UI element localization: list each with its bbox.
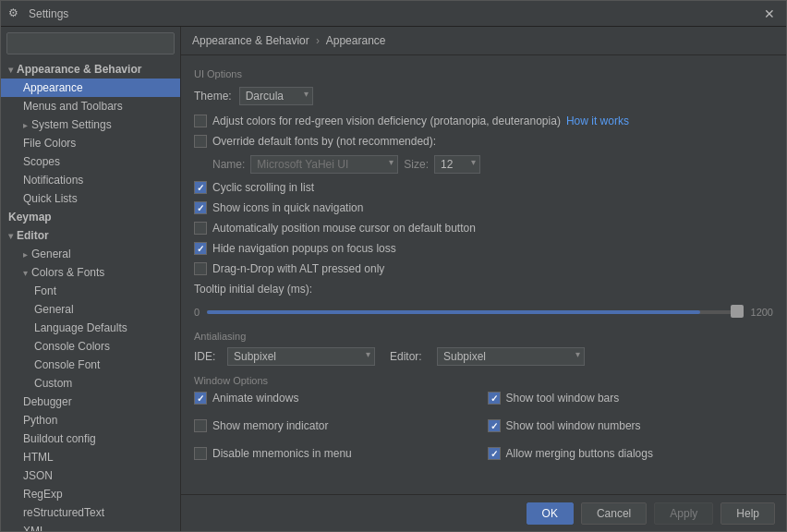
size-select[interactable]: 12101113 (434, 155, 480, 174)
how-it-works-link[interactable]: How it works (566, 115, 629, 127)
ok-button[interactable]: OK (527, 502, 574, 525)
name-input[interactable] (250, 155, 398, 174)
disable-mnemonics-label: Disable mnemonics in menu (212, 447, 352, 460)
window-options-grid: Animate windows Show tool window bars Sh… (194, 392, 773, 467)
hide-nav-row: Hide navigation popups on focus loss (194, 242, 773, 255)
slider-thumb[interactable] (731, 305, 744, 318)
sidebar-item-console-colors[interactable]: Console Colors (1, 337, 180, 356)
help-button[interactable]: Help (720, 502, 775, 525)
sidebar-item-buildout[interactable]: Buildout config (1, 429, 180, 448)
drag-drop-checkbox[interactable] (194, 262, 207, 275)
show-memory-checkbox[interactable] (194, 419, 207, 432)
drag-drop-row: Drag-n-Drop with ALT pressed only (194, 262, 773, 275)
sidebar-item-python[interactable]: Python (1, 411, 180, 429)
cyclic-scroll-checkbox[interactable] (194, 181, 207, 194)
apply-button[interactable]: Apply (654, 502, 713, 525)
sidebar-item-editor[interactable]: ▾ Editor (1, 226, 180, 245)
antialiasing-label: Antialiasing (194, 331, 773, 342)
expand-icon-colors: ▾ (23, 268, 28, 278)
allow-merging-label: Allow merging buttons dialogs (506, 447, 653, 460)
slider-max: 1200 (751, 307, 773, 318)
sidebar-item-menus-toolbars[interactable]: Menus and Toolbars (1, 97, 180, 115)
sidebar-item-general2[interactable]: General (1, 300, 180, 319)
sidebar-item-file-colors[interactable]: File Colors (1, 134, 180, 152)
title-bar: ⚙ Settings ✕ (1, 1, 786, 27)
sidebar-item-language-defaults[interactable]: Language Defaults (1, 319, 180, 337)
sidebar-item-restructuredtext[interactable]: reStructuredText (1, 503, 180, 522)
antialiasing-row: IDE: SubpixelGreyscaleNone Editor: Subpi… (194, 347, 773, 366)
ide-select[interactable]: SubpixelGreyscaleNone (227, 347, 375, 366)
show-icons-label: Show icons in quick navigation (212, 201, 363, 214)
show-memory-row: Show memory indicator (194, 419, 480, 432)
settings-content: UI Options Theme: Darcula IntelliJ Adjus… (181, 55, 786, 494)
tooltip-label: Tooltip initial delay (ms): (194, 283, 312, 296)
theme-label: Theme: (194, 90, 232, 103)
sidebar: ▾ Appearance & Behavior Appearance Menus… (1, 27, 181, 531)
editor-select[interactable]: SubpixelGreyscaleNone (437, 347, 585, 366)
allow-merging-checkbox[interactable] (488, 447, 501, 460)
main-panel: Appearance & Behavior › Appearance UI Op… (181, 27, 786, 531)
sidebar-item-regexp[interactable]: RegExp (1, 485, 180, 503)
main-content: ▾ Appearance & Behavior Appearance Menus… (1, 27, 786, 531)
sidebar-item-debugger[interactable]: Debugger (1, 393, 180, 411)
animate-windows-label: Animate windows (212, 392, 298, 405)
sidebar-item-font[interactable]: Font (1, 282, 180, 300)
slider-min: 0 (194, 307, 200, 318)
show-tool-bars-checkbox[interactable] (488, 392, 501, 405)
theme-select[interactable]: Darcula IntelliJ (239, 87, 313, 105)
show-tool-numbers-checkbox[interactable] (488, 419, 501, 432)
close-button[interactable]: ✕ (760, 6, 779, 21)
size-select-wrapper: 12101113 (434, 155, 480, 174)
show-icons-checkbox[interactable] (194, 201, 207, 214)
sidebar-item-custom[interactable]: Custom (1, 374, 180, 393)
sidebar-item-appearance-behavior[interactable]: ▾ Appearance & Behavior (1, 60, 180, 79)
search-input[interactable] (6, 32, 175, 54)
ui-options-label: UI Options (194, 68, 773, 79)
sidebar-item-notifications[interactable]: Notifications (1, 171, 180, 189)
sidebar-item-console-font[interactable]: Console Font (1, 356, 180, 374)
tooltip-section: Tooltip initial delay (ms): 0 1200 (194, 283, 773, 321)
theme-row: Theme: Darcula IntelliJ (194, 87, 773, 105)
ide-select-wrapper: SubpixelGreyscaleNone (227, 347, 375, 366)
settings-window: ⚙ Settings ✕ ▾ Appearance & Behavior App… (0, 0, 787, 532)
sidebar-item-xml[interactable]: XML (1, 522, 180, 531)
adjust-colors-row: Adjust colors for red-green vision defic… (194, 115, 773, 127)
auto-position-checkbox[interactable] (194, 222, 207, 235)
expand-icon-editor: ▾ (8, 231, 13, 241)
sidebar-item-colors-fonts[interactable]: ▾ Colors & Fonts (1, 263, 180, 282)
sidebar-item-quick-lists[interactable]: Quick Lists (1, 189, 180, 208)
adjust-colors-label: Adjust colors for red-green vision defic… (212, 115, 561, 127)
show-memory-label: Show memory indicator (212, 419, 328, 432)
editor-label: Editor: (390, 350, 431, 363)
size-label: Size: (404, 158, 429, 171)
ide-label: IDE: (194, 350, 222, 363)
cyclic-scroll-label: Cyclic scrolling in list (212, 181, 314, 194)
expand-icon: ▾ (8, 65, 13, 75)
cancel-button[interactable]: Cancel (581, 502, 647, 525)
theme-select-wrapper: Darcula IntelliJ (239, 87, 313, 105)
show-tool-bars-label: Show tool window bars (506, 392, 620, 405)
auto-position-row: Automatically position mouse cursor on d… (194, 222, 773, 235)
breadcrumb: Appearance & Behavior › Appearance (181, 27, 786, 55)
adjust-colors-checkbox[interactable] (194, 115, 207, 127)
disable-mnemonics-row: Disable mnemonics in menu (194, 447, 480, 460)
hide-nav-checkbox[interactable] (194, 242, 207, 255)
sidebar-item-json[interactable]: JSON (1, 466, 180, 485)
override-fonts-row: Override default fonts by (not recommend… (194, 135, 773, 148)
sidebar-item-html[interactable]: HTML (1, 448, 180, 466)
sidebar-item-keymap[interactable]: Keymap (1, 208, 180, 226)
name-label: Name: (212, 158, 245, 171)
drag-drop-label: Drag-n-Drop with ALT pressed only (212, 262, 384, 275)
sidebar-item-general[interactable]: ▸ General (1, 245, 180, 263)
show-tool-bars-row: Show tool window bars (488, 392, 774, 405)
name-size-row: Name: Size: 12101113 (194, 155, 773, 174)
animate-windows-checkbox[interactable] (194, 392, 207, 405)
override-fonts-label: Override default fonts by (not recommend… (212, 135, 436, 148)
sidebar-item-appearance[interactable]: Appearance (1, 79, 180, 97)
disable-mnemonics-checkbox[interactable] (194, 447, 207, 460)
override-fonts-checkbox[interactable] (194, 135, 207, 148)
sidebar-item-system-settings[interactable]: ▸ System Settings (1, 115, 180, 134)
name-select-wrapper (250, 155, 398, 174)
expand-icon-system: ▸ (23, 120, 28, 130)
sidebar-item-scopes[interactable]: Scopes (1, 152, 180, 171)
